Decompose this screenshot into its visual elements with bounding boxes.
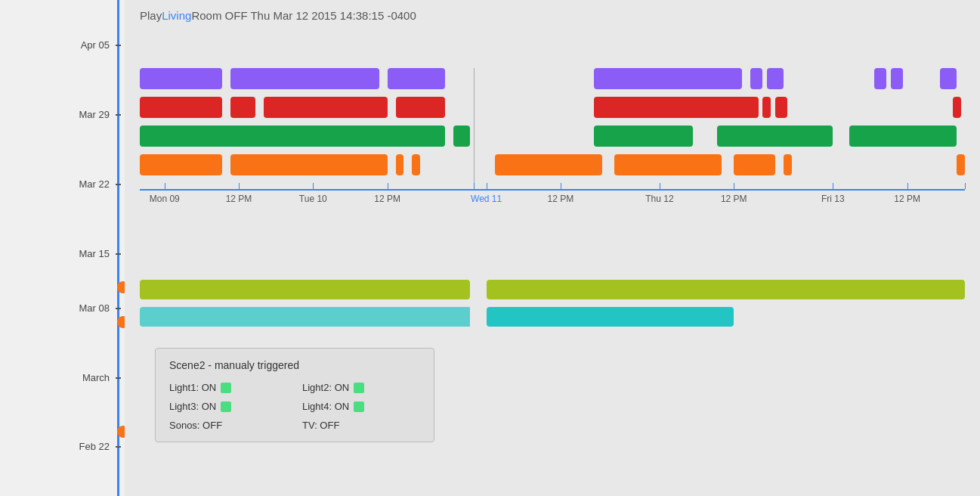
- red-bar-2: [230, 97, 255, 118]
- bars-lower: [140, 280, 965, 340]
- light2-color: [354, 383, 364, 393]
- tick-2: [239, 183, 240, 189]
- orange-bar-3: [396, 154, 404, 175]
- timeline-label-march: March: [82, 371, 110, 383]
- orange-row: [140, 154, 965, 175]
- tick-6: [487, 183, 487, 189]
- tick-10: [833, 183, 833, 189]
- teal-bar-1: [140, 307, 470, 327]
- teal-bar-2: [487, 307, 734, 327]
- orange-bar-2: [230, 154, 387, 175]
- tick-7: [561, 183, 561, 189]
- divider-1: [474, 68, 475, 189]
- tick-12: [965, 183, 966, 189]
- timeline-panel: Apr 05 Mar 29 Mar 22 Mar 15 Mar 08 March…: [0, 0, 125, 496]
- chart-area: Mon 09 12 PM Tue 10 12 PM Wed 11 12 PM T…: [140, 68, 965, 481]
- tooltip-light1: Light1: ON: [169, 382, 287, 393]
- purple-bar-8: [891, 68, 903, 89]
- tooltip-tv: TV: OFF: [302, 420, 420, 431]
- green-bar-4: [717, 126, 833, 147]
- green-row: [140, 126, 965, 147]
- axis-line: [140, 189, 965, 191]
- day-label-12pm-1: 12 PM: [226, 194, 252, 204]
- header-living: Living: [162, 9, 191, 22]
- timeline-label-apr05: Apr 05: [81, 39, 110, 51]
- purple-bar-3: [388, 68, 445, 89]
- tooltip-title: Scene2 - manualy triggered: [169, 359, 420, 371]
- red-bar-1: [140, 97, 222, 118]
- tv-label: TV: OFF: [302, 420, 339, 431]
- tick-8: [660, 183, 660, 189]
- timeline-label-mar29: Mar 29: [79, 108, 110, 119]
- purple-bar-2: [230, 68, 379, 89]
- timeline-label-feb22: Feb 22: [79, 441, 110, 452]
- day-label-12pm-3: 12 PM: [548, 194, 574, 204]
- light4-color: [354, 401, 364, 412]
- day-label-thu12: Thu 12: [645, 194, 673, 204]
- orange-bar-1: [140, 154, 222, 175]
- day-label-tue10: Tue 10: [299, 194, 327, 204]
- tooltip-popup: Scene2 - manualy triggered Light1: ON Li…: [155, 348, 434, 442]
- timeline-label-mar15: Mar 15: [79, 247, 110, 259]
- orange-bar-4: [412, 154, 420, 175]
- light1-label: Light1: ON: [169, 382, 216, 393]
- green-bar-1: [140, 126, 445, 147]
- green-bar-3: [594, 126, 693, 147]
- red-bar-6: [762, 97, 771, 118]
- header-play: Play: [140, 9, 162, 22]
- day-label-12pm-5: 12 PM: [894, 194, 920, 204]
- day-labels: Mon 09 12 PM Tue 10 12 PM Wed 11 12 PM T…: [140, 194, 965, 209]
- header-room: Room OFF Thu Mar 12 2015 14:38:15 -0400: [191, 9, 416, 22]
- tick-1: [165, 183, 165, 189]
- red-bar-7: [775, 97, 787, 118]
- red-bar-8: [953, 97, 961, 118]
- light4-label: Light4: ON: [302, 401, 349, 412]
- light3-label: Light3: ON: [169, 401, 216, 412]
- tick-11: [907, 183, 908, 189]
- lime-row: [140, 280, 965, 299]
- teal-row: [140, 307, 965, 327]
- orange-bar-6: [614, 154, 722, 175]
- day-label-wed11: Wed 11: [471, 194, 502, 204]
- green-bar-5: [849, 126, 957, 147]
- day-label-fri13: Fri 13: [821, 194, 845, 204]
- timeline-axis: [117, 0, 119, 496]
- main-chart-panel: PlayLivingRoom OFF Thu Mar 12 2015 14:38…: [125, 0, 980, 496]
- tooltip-light4: Light4: ON: [302, 401, 420, 412]
- bars-upper: Mon 09 12 PM Tue 10 12 PM Wed 11 12 PM T…: [140, 68, 965, 242]
- orange-bar-8: [784, 154, 792, 175]
- purple-bar-6: [767, 68, 784, 89]
- lime-bar-1: [140, 280, 470, 299]
- sonos-label: Sonos: OFF: [169, 420, 222, 431]
- orange-bar-7: [734, 154, 775, 175]
- tick-9: [734, 183, 734, 189]
- red-row: [140, 97, 965, 118]
- light2-label: Light2: ON: [302, 382, 349, 393]
- tick-5: [474, 183, 475, 189]
- red-bar-4: [396, 97, 446, 118]
- purple-row: [140, 68, 965, 89]
- tick-4: [388, 183, 388, 189]
- orange-bar-9: [957, 154, 965, 175]
- tooltip-grid: Light1: ON Light2: ON Light3: ON Light4:…: [169, 382, 420, 431]
- timeline-label-mar22: Mar 22: [79, 178, 110, 189]
- red-bar-3: [264, 97, 388, 118]
- timeline-label-mar08: Mar 08: [79, 302, 110, 313]
- lime-bar-2: [487, 280, 965, 299]
- light3-color: [221, 401, 231, 412]
- light1-color: [221, 383, 231, 393]
- day-label-mon09: Mon 09: [150, 194, 180, 204]
- purple-bar-5: [750, 68, 762, 89]
- tooltip-sonos: Sonos: OFF: [169, 420, 287, 431]
- red-bar-5: [594, 97, 759, 118]
- header-title: PlayLivingRoom OFF Thu Mar 12 2015 14:38…: [140, 9, 416, 22]
- purple-bar-9: [940, 68, 957, 89]
- purple-bar-7: [874, 68, 886, 89]
- tooltip-light3: Light3: ON: [169, 401, 287, 412]
- purple-bar-1: [140, 68, 222, 89]
- purple-bar-4: [594, 68, 743, 89]
- day-label-12pm-2: 12 PM: [374, 194, 400, 204]
- orange-bar-5: [495, 154, 602, 175]
- tick-3: [313, 183, 314, 189]
- day-label-12pm-4: 12 PM: [721, 194, 747, 204]
